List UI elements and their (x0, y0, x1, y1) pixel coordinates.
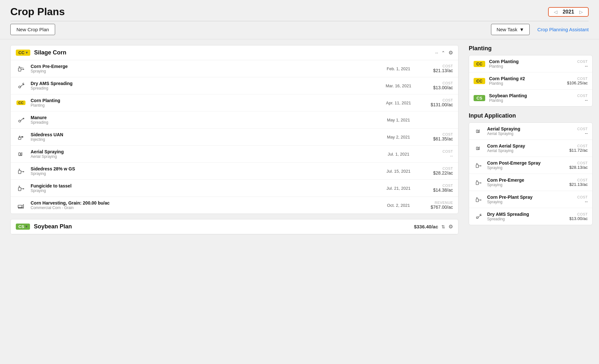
silage-corn-title: Silage Corn (34, 49, 431, 56)
list-item[interactable]: Corn Pre-Plant Spray Spraying COST -- (469, 191, 592, 208)
soybean-gear-icon[interactable]: ⚙ (448, 224, 453, 230)
row-date: Mar. 16, 2021 (381, 83, 416, 88)
svg-point-43 (480, 183, 481, 183)
row-name: Corn Pre-Emerge (31, 64, 376, 69)
svg-point-12 (19, 120, 21, 122)
list-item[interactable]: Corn Aerial Spray Aerial Spraying COST $… (469, 140, 592, 157)
main-content: CC ▾ Silage Corn -- ⌃ ⚙ (0, 39, 599, 364)
cc-tag[interactable]: CC ▾ (16, 50, 30, 56)
table-row: Corn Harvesting, Grain: 200.00 bu/ac Com… (11, 197, 458, 214)
rp-cost: COST $21.13/ac (562, 178, 588, 187)
row-info: Fungicide to tassel Spraying (31, 183, 376, 193)
rp-cost-label: COST (562, 77, 588, 81)
cost-value: -- (421, 153, 453, 158)
rp-cost: COST -- (562, 195, 588, 204)
row-sub: Spraying (31, 188, 376, 193)
collapse-icon[interactable]: ⌃ (441, 50, 445, 55)
planting-section-title: Planting (469, 45, 593, 52)
table-row: Fungicide to tassel Spraying Jul. 21, 20… (11, 180, 458, 197)
rp-info: Dry AMS Spreading Spreading (487, 212, 558, 221)
row-info: Corn Pre-Emerge Spraying (31, 64, 376, 73)
cost-value: $13.00/ac (421, 85, 453, 90)
rp-aerial-icon-2 (474, 143, 483, 153)
table-row: Dry AMS Spreading Spreading Mar. 16, 202… (11, 77, 458, 94)
right-panel: Planting CC Corn Planting Planting COST … (464, 45, 599, 364)
svg-line-11 (23, 83, 24, 83)
list-item[interactable]: Corn Pre-Emerge Spraying COST $21.13/ac (469, 174, 592, 191)
rp-name: Corn Planting #2 (489, 76, 558, 81)
rp-sub: Planting (489, 81, 558, 86)
rp-name: Soybean Planting (489, 93, 558, 98)
rp-cost-label: COST (562, 161, 588, 165)
cost-label: COST (421, 167, 453, 170)
new-task-label: New Task (496, 27, 517, 32)
new-crop-plan-button[interactable]: New Crop Plan (10, 24, 55, 35)
row-sub: Aerial Spraying (31, 154, 376, 159)
new-task-button[interactable]: New Task ▼ (491, 24, 530, 35)
rp-cost: COST -- (562, 60, 588, 68)
rp-spray-icon-2 (474, 177, 483, 187)
svg-line-53 (480, 214, 480, 215)
rp-cost-value: $11.72/ac (562, 148, 588, 153)
svg-rect-0 (18, 68, 21, 71)
cs-tag[interactable]: CS ▾ (16, 224, 30, 230)
list-item[interactable]: Corn Post-Emerge Spray Spraying COST $28… (469, 157, 592, 174)
row-name: Sidedress 28% w GS (31, 166, 376, 171)
input-application-title: Input Application (469, 112, 593, 119)
row-info: Corn Planting Planting (31, 98, 376, 108)
cost-value: $28.22/ac (421, 170, 453, 176)
rp-aerial-icon-1 (474, 126, 483, 136)
cs-tag-label: CS (18, 224, 24, 229)
toolbar: New Crop Plan New Task ▼ Crop Planning A… (0, 21, 599, 39)
row-info: Manure Spreading (31, 115, 376, 125)
row-date: May 2, 2021 (381, 135, 416, 139)
cost-value: $14.38/ac (421, 187, 453, 193)
rp-sub: Aerial Spraying (487, 131, 558, 136)
cost-label: COST (421, 184, 453, 187)
row-name: Dry AMS Spreading (31, 81, 376, 86)
row-sub: Spreading (31, 86, 376, 91)
rp-cs-tag: CS (474, 95, 485, 101)
rp-info: Corn Planting Planting (489, 59, 558, 69)
cost-label: COST (421, 149, 453, 153)
next-year-button[interactable]: ▷ (578, 9, 584, 14)
cost-label: COST (421, 64, 453, 68)
row-name: Aerial Spraying (31, 149, 376, 154)
spray-icon (16, 63, 26, 74)
rp-cost: COST -- (562, 94, 588, 102)
list-item[interactable]: Aerial Spraying Aerial Spraying COST -- (469, 123, 592, 140)
list-item[interactable]: CS Soybean Planting Planting COST -- (469, 90, 592, 106)
row-cost: COST $61.35/ac (421, 132, 453, 141)
rp-info: Corn Aerial Spray Aerial Spraying (487, 143, 558, 153)
list-item[interactable]: CC Corn Planting Planting COST -- (469, 55, 592, 72)
svg-point-8 (19, 86, 21, 88)
table-row: Sidedress 28% w GS Spraying Jul. 15, 202… (11, 163, 458, 180)
row-sub: Spreading (31, 120, 376, 125)
svg-rect-15 (21, 136, 23, 138)
row-cost: COST $14.38/ac (421, 184, 453, 193)
crop-planning-assistant-link[interactable]: Crop Planning Assistant (537, 27, 589, 32)
rp-sub: Spraying (487, 200, 558, 204)
svg-point-38 (480, 166, 481, 166)
list-item[interactable]: CC Corn Planting #2 Planting COST $106.2… (469, 72, 592, 90)
svg-rect-32 (476, 130, 478, 132)
rp-name: Corn Planting (489, 59, 558, 64)
prev-year-button[interactable]: ◁ (553, 9, 559, 14)
row-info: Aerial Spraying Aerial Spraying (31, 149, 376, 159)
row-cost: COST $13.00/ac (421, 81, 453, 90)
list-item[interactable]: Dry AMS Spreading Spreading COST $13.00/… (469, 208, 592, 225)
stack-icon[interactable]: ⇅ (441, 224, 445, 229)
cost-value: $61.35/ac (421, 136, 453, 141)
row-date: Jul. 15, 2021 (381, 169, 416, 174)
rp-info: Corn Pre-Emerge Spraying (487, 177, 558, 187)
soybean-plan-header: CS ▾ Soybean Plan $336.40/ac ⇅ ⚙ (11, 219, 458, 234)
spray2-icon (16, 166, 26, 176)
rp-cost-label: COST (562, 195, 588, 199)
row-info: Dry AMS Spreading Spreading (31, 81, 376, 91)
rp-name: Dry AMS Spreading (487, 212, 558, 217)
gear-icon[interactable]: ⚙ (448, 50, 453, 56)
row-info: Corn Harvesting, Grain: 200.00 bu/ac Com… (31, 200, 376, 210)
planting-section: Planting CC Corn Planting Planting COST … (469, 45, 593, 107)
soybean-plan-title: Soybean Plan (34, 223, 410, 230)
row-cost: COST -- (421, 149, 453, 158)
